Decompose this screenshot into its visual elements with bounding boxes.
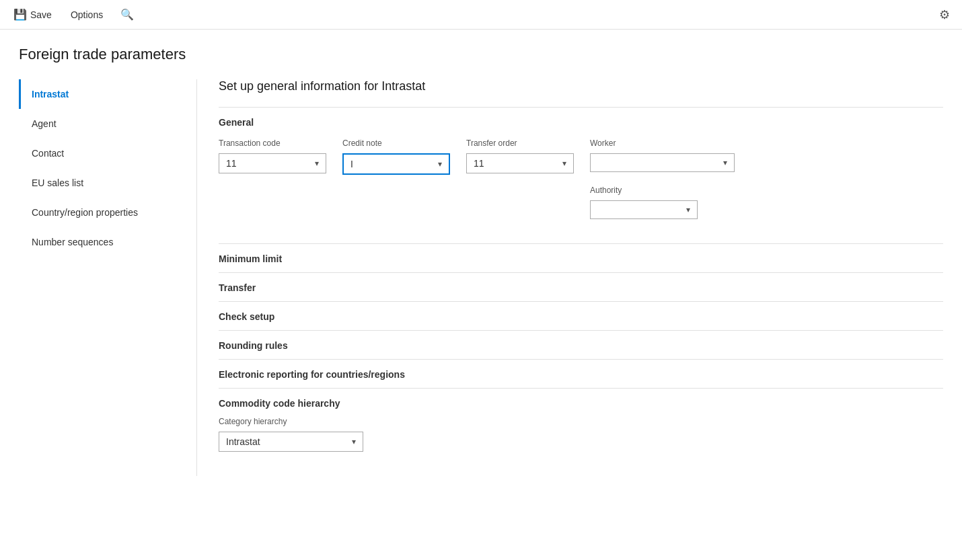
toolbar: 💾 Save Options 🔍 ⚙ bbox=[0, 0, 962, 30]
search-container: 🔍 bbox=[116, 4, 138, 25]
transaction-code-field: Transaction code 11 ▾ bbox=[219, 138, 326, 175]
page-container: Foreign trade parameters Intrastat Agent… bbox=[0, 30, 962, 476]
sidebar-item-intrastat[interactable]: Intrastat bbox=[19, 79, 196, 109]
check-setup-section: Check setup bbox=[219, 301, 943, 330]
credit-note-label: Credit note bbox=[342, 138, 450, 148]
commodity-code-section: Commodity code hierarchy Category hierar… bbox=[219, 388, 943, 476]
content-area: Intrastat Agent Contact EU sales list Co… bbox=[19, 79, 943, 476]
check-setup-header[interactable]: Check setup bbox=[219, 302, 943, 330]
chevron-down-icon: ▾ bbox=[686, 205, 690, 214]
credit-note-field: Credit note I ▾ bbox=[342, 138, 450, 175]
panel-title: Set up general information for Intrastat bbox=[219, 79, 943, 93]
sidebar-item-label: Contact bbox=[32, 148, 64, 159]
category-hierarchy-select[interactable]: Intrastat ▾ bbox=[219, 432, 363, 452]
general-section-content: Transaction code 11 ▾ Credit note I ▾ bbox=[219, 138, 943, 243]
credit-note-select[interactable]: I ▾ bbox=[342, 153, 450, 175]
electronic-reporting-header[interactable]: Electronic reporting for countries/regio… bbox=[219, 360, 943, 388]
main-panel: Set up general information for Intrastat… bbox=[197, 79, 943, 476]
transfer-order-value: 11 bbox=[474, 158, 557, 169]
worker-field: Worker ▾ bbox=[590, 138, 735, 175]
general-section: General Transaction code 11 ▾ bbox=[219, 107, 943, 243]
form-row-2: Authority ▾ bbox=[219, 186, 943, 219]
category-hierarchy-value: Intrastat bbox=[226, 436, 346, 447]
worker-label: Worker bbox=[590, 138, 735, 148]
sidebar-item-eu-sales-list[interactable]: EU sales list bbox=[19, 168, 196, 198]
save-button[interactable]: 💾 Save bbox=[5, 4, 60, 25]
transfer-order-field: Transfer order 11 ▾ bbox=[466, 138, 574, 175]
transaction-code-select[interactable]: 11 ▾ bbox=[219, 153, 326, 173]
sidebar-item-agent[interactable]: Agent bbox=[19, 109, 196, 138]
save-icon: 💾 bbox=[13, 8, 27, 21]
category-hierarchy-label: Category hierarchy bbox=[219, 417, 363, 426]
search-icon[interactable]: 🔍 bbox=[116, 4, 138, 25]
general-section-header: General bbox=[219, 108, 943, 138]
save-label: Save bbox=[30, 9, 52, 20]
sidebar-item-label: EU sales list bbox=[32, 177, 83, 188]
commodity-code-header[interactable]: Commodity code hierarchy bbox=[219, 389, 943, 417]
chevron-down-icon: ▾ bbox=[352, 437, 356, 446]
transfer-section: Transfer bbox=[219, 272, 943, 301]
credit-note-value: I bbox=[350, 159, 433, 169]
chevron-down-icon: ▾ bbox=[723, 158, 727, 167]
sidebar-item-label: Country/region properties bbox=[32, 207, 138, 218]
options-button[interactable]: Options bbox=[63, 5, 111, 24]
category-hierarchy-row: Category hierarchy Intrastat ▾ bbox=[219, 417, 943, 452]
chevron-down-icon: ▾ bbox=[438, 159, 442, 169]
transaction-code-label: Transaction code bbox=[219, 138, 326, 148]
form-row-1: Transaction code 11 ▾ Credit note I ▾ bbox=[219, 138, 943, 175]
sidebar: Intrastat Agent Contact EU sales list Co… bbox=[19, 79, 197, 476]
commodity-code-content: Category hierarchy Intrastat ▾ bbox=[219, 417, 943, 476]
sidebar-item-number-sequences[interactable]: Number sequences bbox=[19, 227, 196, 257]
sidebar-item-label: Number sequences bbox=[32, 237, 113, 247]
toolbar-right: ⚙ bbox=[932, 3, 957, 26]
sidebar-item-label: Agent bbox=[32, 118, 57, 129]
sidebar-item-contact[interactable]: Contact bbox=[19, 138, 196, 168]
authority-field: Authority ▾ bbox=[590, 186, 698, 219]
sidebar-item-country-region[interactable]: Country/region properties bbox=[19, 198, 196, 227]
authority-label: Authority bbox=[590, 186, 698, 195]
minimum-limit-header[interactable]: Minimum limit bbox=[219, 244, 943, 272]
transfer-order-select[interactable]: 11 ▾ bbox=[466, 153, 574, 173]
rounding-rules-header[interactable]: Rounding rules bbox=[219, 331, 943, 359]
rounding-rules-section: Rounding rules bbox=[219, 330, 943, 359]
electronic-reporting-section: Electronic reporting for countries/regio… bbox=[219, 359, 943, 388]
transfer-order-label: Transfer order bbox=[466, 138, 574, 148]
transfer-header[interactable]: Transfer bbox=[219, 273, 943, 301]
worker-select[interactable]: ▾ bbox=[590, 153, 735, 172]
settings-icon[interactable]: ⚙ bbox=[932, 3, 957, 26]
authority-select[interactable]: ▾ bbox=[590, 200, 698, 219]
minimum-limit-section: Minimum limit bbox=[219, 243, 943, 272]
page-title: Foreign trade parameters bbox=[19, 46, 943, 63]
sidebar-item-label: Intrastat bbox=[32, 89, 69, 99]
options-label: Options bbox=[71, 9, 103, 20]
transaction-code-value: 11 bbox=[226, 158, 309, 169]
category-hierarchy-field: Category hierarchy Intrastat ▾ bbox=[219, 417, 363, 452]
chevron-down-icon: ▾ bbox=[562, 159, 566, 168]
chevron-down-icon: ▾ bbox=[315, 159, 319, 168]
